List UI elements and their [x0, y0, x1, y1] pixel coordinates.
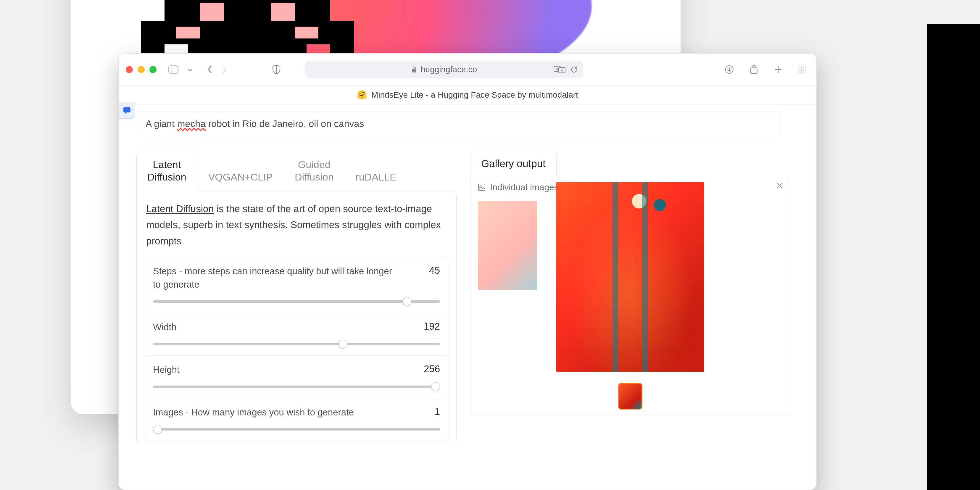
steps-value: 45	[429, 265, 440, 276]
width-control: Width 192	[145, 313, 448, 356]
steps-slider[interactable]	[153, 300, 440, 303]
gallery-thumbnail-strip	[618, 383, 643, 409]
window-traffic-lights	[126, 66, 156, 73]
svg-rect-4	[164, 0, 330, 21]
background-right-slab	[927, 24, 980, 490]
forward-button[interactable]	[219, 65, 230, 74]
generation-controls: Steps - more steps can increase quality …	[145, 257, 448, 441]
prompt-input[interactable]: A giant mecha robot in Rio de Janeiro, o…	[139, 111, 781, 136]
svg-rect-27	[799, 66, 802, 69]
model-description: Latent Diffusion is the state of the art…	[145, 200, 448, 257]
tab-group-menu-button[interactable]	[185, 68, 195, 71]
window-zoom-button[interactable]	[150, 66, 156, 73]
svg-rect-10	[271, 3, 295, 21]
steps-label: Steps - more steps can increase quality …	[153, 265, 396, 291]
svg-rect-12	[295, 27, 318, 38]
new-tab-button[interactable]	[772, 65, 785, 74]
tab-vqgan-clip[interactable]: VQGAN+CLIP	[197, 163, 284, 191]
svg-rect-5	[141, 21, 354, 45]
address-bar[interactable]: huggingface.co あA	[305, 60, 583, 78]
lock-icon	[411, 66, 417, 73]
titlebar: huggingface.co あA	[119, 54, 816, 86]
images-control: Images - How many images you wish to gen…	[145, 398, 448, 441]
safari-window: huggingface.co あA 🤗 MindsEye	[118, 53, 817, 490]
height-value: 256	[424, 363, 440, 375]
address-bar-host: huggingface.co	[421, 65, 477, 74]
gallery-panel: Individual images	[470, 176, 790, 416]
svg-point-34	[480, 186, 481, 187]
steps-control: Steps - more steps can increase quality …	[145, 257, 448, 313]
model-tabs: Latent Diffusion VQGAN+CLIP Guided Diffu…	[137, 151, 457, 191]
model-panel: Latent Diffusion is the state of the art…	[137, 191, 457, 444]
reload-button[interactable]	[570, 66, 578, 73]
latent-diffusion-link[interactable]: Latent Diffusion	[146, 203, 214, 214]
svg-rect-31	[123, 107, 130, 113]
svg-text:あ: あ	[556, 67, 559, 71]
gallery-header-label: Individual images	[490, 182, 558, 192]
reader-translate-button[interactable]: あA	[554, 65, 565, 74]
window-minimize-button[interactable]	[138, 66, 145, 73]
svg-rect-30	[803, 70, 806, 73]
height-label: Height	[153, 363, 180, 377]
svg-marker-32	[125, 112, 127, 114]
svg-rect-16	[412, 69, 416, 73]
share-button[interactable]	[747, 64, 761, 75]
gallery-tab[interactable]: Gallery output	[470, 151, 557, 177]
svg-rect-13	[169, 66, 178, 73]
tab-rudalle[interactable]: ruDALLE	[345, 163, 407, 191]
height-control: Height 256	[145, 356, 448, 398]
svg-rect-33	[479, 184, 485, 191]
width-value: 192	[424, 321, 440, 332]
svg-rect-11	[177, 27, 200, 38]
tab-favicon: 🤗	[357, 90, 367, 100]
gallery-thumbnail-selected[interactable]	[618, 383, 643, 409]
extension-chat-icon[interactable]	[119, 102, 135, 119]
gallery-image-main[interactable]	[556, 182, 704, 372]
gallery-image-secondary[interactable]	[478, 201, 537, 290]
page-content: A giant mecha robot in Rio de Janeiro, o…	[119, 105, 816, 490]
svg-rect-9	[200, 3, 224, 21]
height-slider[interactable]	[153, 385, 440, 388]
svg-text:A: A	[561, 68, 563, 73]
width-slider[interactable]	[153, 343, 440, 345]
tab-guided-diffusion[interactable]: Guided Diffusion	[284, 151, 345, 191]
images-value: 1	[435, 406, 440, 417]
tab-latent-diffusion[interactable]: Latent Diffusion	[137, 151, 197, 191]
images-label: Images - How many images you wish to gen…	[153, 406, 354, 419]
privacy-shield-button[interactable]	[270, 65, 283, 75]
svg-rect-29	[799, 70, 802, 73]
sidebar-toggle-button[interactable]	[166, 65, 181, 74]
image-icon	[477, 183, 486, 191]
svg-rect-28	[803, 66, 806, 69]
tab-overview-button[interactable]	[795, 65, 809, 74]
window-close-button[interactable]	[126, 66, 133, 73]
browser-tab-title[interactable]: MindsEye Lite - a Hugging Face Space by …	[371, 90, 578, 100]
browser-tab-bar: 🤗 MindsEye Lite - a Hugging Face Space b…	[119, 86, 816, 105]
prompt-misspelled-word: mecha	[177, 118, 206, 129]
images-slider[interactable]	[153, 428, 440, 431]
back-button[interactable]	[204, 65, 215, 74]
width-label: Width	[153, 321, 177, 334]
downloads-button[interactable]	[722, 65, 737, 74]
gallery-close-button[interactable]	[776, 182, 784, 189]
